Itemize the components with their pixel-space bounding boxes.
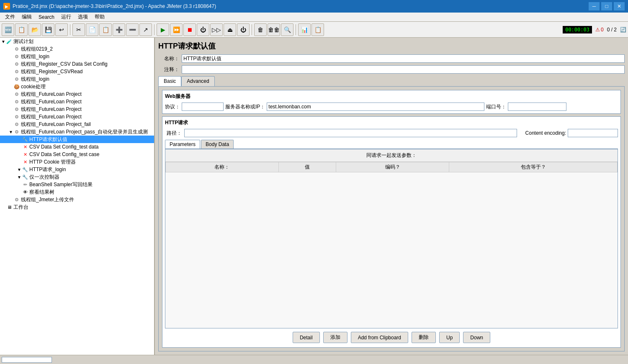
- protocol-input[interactable]: [182, 103, 224, 111]
- tree-node-http-cookie[interactable]: ▶ ✕ HTTP Cookie 管理器: [0, 158, 154, 166]
- delete-button[interactable]: 删除: [412, 332, 436, 343]
- tree-node-register-csv[interactable]: ▶ ⚙ 线程组_Register_CSV Data Set Config: [0, 60, 154, 68]
- tb-enable-button[interactable]: ↗: [139, 23, 152, 36]
- tb-remote-stop-button[interactable]: ⏏: [224, 23, 236, 36]
- group-register-csvread-label: 线程组_Register_CSVRead: [21, 68, 82, 75]
- detail-button[interactable]: Detail: [293, 332, 320, 343]
- tb-revert-button[interactable]: ↩: [55, 23, 68, 36]
- inner-tab-params[interactable]: Parameters: [165, 140, 200, 149]
- menu-edit[interactable]: 编辑: [18, 13, 35, 21]
- tb-log-button[interactable]: 📊: [298, 23, 311, 36]
- server-input[interactable]: [267, 103, 484, 111]
- tab-content: Web服务器 协议： 服务器名称或IP： 端口号： HTTP请求 路径： Co: [158, 86, 625, 351]
- tree-node-fl-pass[interactable]: ▼ ⚙ 线程组_FutureLoan Project_pass_自动化登录并且生…: [0, 128, 154, 136]
- tree-node-fl2[interactable]: ▶ ⚙ 线程组_FutureLoan Project: [0, 98, 154, 105]
- name-input[interactable]: [182, 54, 625, 63]
- tb-remote-start-button[interactable]: ▷▷: [210, 23, 223, 36]
- tb-clear-all-button[interactable]: 🗑🗑: [268, 23, 280, 36]
- tree-panel: ▼ 🧪 测试计划 ▶ ⚙ 线程组0219_2 ▶ ⚙ 线程组_login ▶ ⚙…: [0, 38, 155, 355]
- tb-logview-button[interactable]: 📋: [311, 23, 324, 36]
- comment-input[interactable]: [182, 65, 625, 74]
- tree-node-http-login[interactable]: ▼ 🔧 HTTP请求_login: [0, 166, 154, 173]
- tree-node-csv-testdata[interactable]: ▶ ✕ CSV Data Set Config_test data: [0, 143, 154, 151]
- tree-node-fl1[interactable]: ▶ ⚙ 线程组_FutureLoan Project: [0, 90, 154, 98]
- tb-stop-button[interactable]: ⏹: [183, 23, 196, 36]
- tree-node-register-csvread[interactable]: ▶ ⚙ 线程组_Register_CSVRead: [0, 68, 154, 75]
- path-input[interactable]: [184, 129, 517, 137]
- tree-node-csv-testcase[interactable]: ▶ ✕ CSV Data Set Config_test case: [0, 151, 154, 158]
- col-name-header: 名称：: [166, 162, 279, 172]
- group-login2-label: 线程组_login: [21, 76, 49, 83]
- tree-node-result-tree[interactable]: ▶ 👁 察看结果树: [0, 188, 154, 196]
- tb-template-button[interactable]: 📋: [15, 23, 28, 36]
- button-row: Detail 添加 Add from Clipboard 删除 Up Down: [165, 328, 618, 345]
- tb-start-nopause-button[interactable]: ⏩: [170, 23, 183, 36]
- close-button[interactable]: ✕: [614, 2, 625, 10]
- fl3-label: 线程组_FutureLoan Project: [21, 106, 82, 113]
- tree-node-http-default[interactable]: ▶ 🔧 HTTP请求默认值: [0, 136, 154, 143]
- tree-node-fl4[interactable]: ▶ ⚙ 线程组_FutureLoan Project: [0, 113, 154, 120]
- tb-open-button[interactable]: 📂: [28, 23, 41, 36]
- inner-tab-bar: Parameters Body Data: [165, 140, 618, 149]
- tb-shutdown-button[interactable]: ⏻: [197, 23, 209, 36]
- expand-http-login[interactable]: ▼: [17, 167, 22, 172]
- tree-node-fl-fail[interactable]: ▶ ⚙ 线程组_FutureLoan Project_fail: [0, 120, 154, 128]
- main-tab-bar: Basic Advanced: [158, 76, 625, 86]
- tree-node-login2[interactable]: ▶ ⚙ 线程组_login: [0, 75, 154, 83]
- tb-collapse-button[interactable]: ➖: [126, 23, 139, 36]
- fl-fail-label: 线程组_FutureLoan Project_fail: [21, 121, 91, 128]
- tab-basic[interactable]: Basic: [158, 76, 181, 86]
- window-title: Pratice_2rd.jmx (D:\apache-jmeter-3.3\bi…: [13, 3, 216, 9]
- title-bar: ▶ Pratice_2rd.jmx (D:\apache-jmeter-3.3\…: [0, 0, 628, 13]
- status-scrollbar[interactable]: [2, 357, 52, 363]
- clipboard-button[interactable]: Add from Clipboard: [351, 332, 408, 343]
- inner-tab-body[interactable]: Body Data: [201, 140, 234, 149]
- tb-clear-button[interactable]: 🗑: [254, 23, 267, 36]
- tree-node-upload[interactable]: ▶ ⚙ 线程组_Jmeter上传文件: [0, 196, 154, 203]
- tb-save-button[interactable]: 💾: [42, 23, 54, 36]
- tb-paste-button[interactable]: 📋: [99, 23, 112, 36]
- menu-run[interactable]: 运行: [58, 13, 75, 21]
- warn-icon: ⚠: [595, 27, 600, 33]
- tb-new-button[interactable]: 🆕: [2, 23, 14, 36]
- test-plan-icon: 🧪: [6, 38, 13, 45]
- tree-node-login[interactable]: ▶ ⚙ 线程组_login: [0, 53, 154, 60]
- menu-file[interactable]: 文件: [2, 13, 18, 21]
- http-request-title: HTTP请求: [165, 119, 618, 126]
- up-button[interactable]: Up: [439, 332, 460, 343]
- encoding-input[interactable]: [568, 129, 618, 137]
- minimize-button[interactable]: ─: [589, 2, 600, 10]
- tree-node-cookie[interactable]: ▶ 🍪 cookie处理: [0, 83, 154, 90]
- maximize-button[interactable]: □: [601, 2, 612, 10]
- once-ctrl-label: 仅一次控制器: [29, 174, 59, 181]
- tb-cut-button[interactable]: ✂: [72, 23, 85, 36]
- tb-expand-button[interactable]: ➕: [113, 23, 125, 36]
- tb-start-button[interactable]: ▶: [157, 23, 169, 36]
- tree-node-once-ctrl[interactable]: ▼ 🔧 仅一次控制器: [0, 173, 154, 181]
- expand-once-ctrl[interactable]: ▼: [17, 174, 22, 179]
- expand-fl-pass[interactable]: ▼: [8, 129, 13, 134]
- csv-testdata-label: CSV Data Set Config_test data: [29, 144, 98, 150]
- menu-search[interactable]: Search: [35, 13, 58, 21]
- tree-node-test-plan[interactable]: ▼ 🧪 测试计划: [0, 38, 154, 45]
- timer-display: 00:00:03: [563, 26, 592, 33]
- tree-node-beanshell[interactable]: ▶ ✏ BeanShell Sampler写回结果: [0, 181, 154, 188]
- menu-help[interactable]: 帮助: [91, 13, 108, 21]
- tree-node-fl3[interactable]: ▶ ⚙ 线程组_FutureLoan Project: [0, 105, 154, 113]
- group-0219-icon: ⚙: [13, 46, 20, 52]
- tb-remote-exit-button[interactable]: ⏻: [237, 23, 250, 36]
- tree-node-0219[interactable]: ▶ ⚙ 线程组0219_2: [0, 45, 154, 53]
- cookie-label: cookie处理: [21, 83, 46, 90]
- port-input[interactable]: [508, 103, 566, 111]
- down-button[interactable]: Down: [463, 332, 490, 343]
- fl4-label: 线程组_FutureLoan Project: [21, 113, 82, 120]
- tab-advanced[interactable]: Advanced: [181, 76, 214, 86]
- tree-node-workbench[interactable]: ▶ 🖥 工作台: [0, 203, 154, 211]
- expand-test-plan[interactable]: ▼: [1, 39, 6, 44]
- tb-copy-button[interactable]: 📄: [86, 23, 98, 36]
- path-label: 路径：: [165, 130, 182, 137]
- menu-options[interactable]: 选项: [75, 13, 91, 21]
- panel-title: HTTP请求默认值: [158, 41, 625, 51]
- tb-search-button[interactable]: 🔍: [281, 23, 293, 36]
- add-button[interactable]: 添加: [323, 332, 347, 343]
